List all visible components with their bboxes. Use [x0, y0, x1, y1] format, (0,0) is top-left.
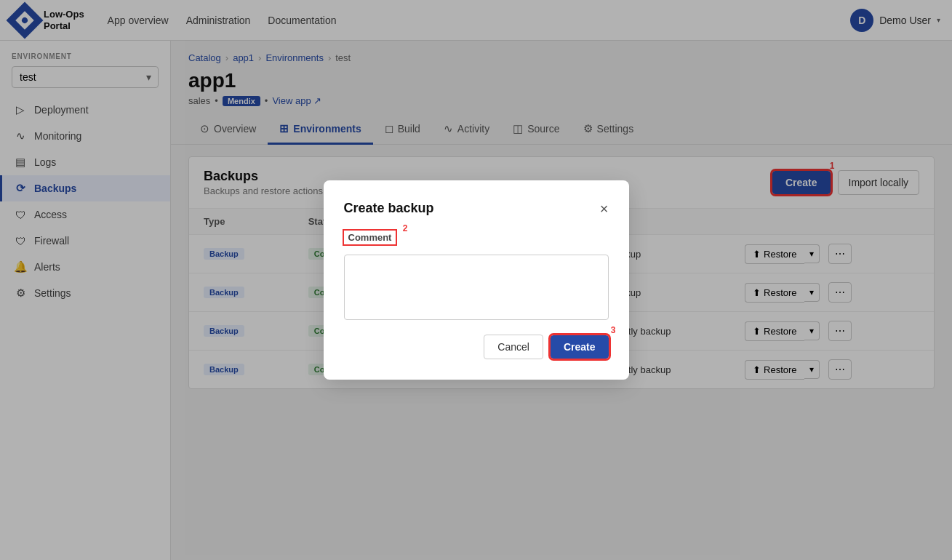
modal-title: Create backup	[344, 201, 434, 216]
create-backup-modal: Create backup × 2 Comment Cancel 3 Creat…	[324, 180, 629, 380]
cancel-button[interactable]: Cancel	[484, 335, 543, 359]
comment-textarea[interactable]	[344, 255, 609, 320]
modal-footer: Cancel 3 Create	[344, 335, 609, 359]
modal-close-button[interactable]: ×	[600, 201, 609, 216]
modal-body: 2 Comment	[344, 231, 609, 320]
modal-header: Create backup ×	[344, 201, 609, 216]
modal-overlay: Create backup × 2 Comment Cancel 3 Creat…	[0, 0, 952, 560]
badge-3: 3	[611, 325, 616, 335]
modal-create-button[interactable]: Create	[551, 335, 609, 359]
comment-label: Comment	[344, 231, 396, 244]
badge-2: 2	[403, 223, 408, 233]
